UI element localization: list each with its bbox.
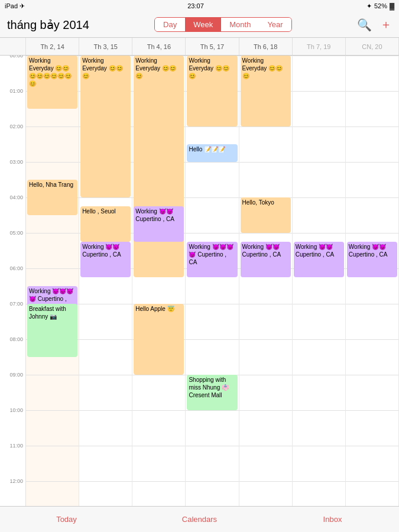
tab-inbox[interactable]: Inbox xyxy=(266,515,399,524)
day-header-1: Th 3, 15 xyxy=(79,38,132,55)
hour-line xyxy=(79,481,132,482)
view-switcher[interactable]: Day Week Month Year xyxy=(154,17,292,32)
event-hello-seuol[interactable]: Hello , Seuol xyxy=(80,206,131,242)
hour-line xyxy=(239,410,292,411)
day-header-2: Th 4, 16 xyxy=(132,38,186,55)
day-column-0[interactable]: Working Everyday 😊😊😊😊😊😊😊😊😊Hello, Nha Tra… xyxy=(26,56,79,506)
hour-line xyxy=(186,126,238,127)
event-working-cupertino-wed[interactable]: Working 😈😈 Cupertino , CA xyxy=(134,206,184,242)
event-shopping-nhung[interactable]: Shopping with miss Nhung 👘 Cresent Mall xyxy=(187,375,237,410)
hour-line xyxy=(293,446,345,446)
event-working-devil-fri[interactable]: Working 😈😈 Cupertino , CA xyxy=(241,242,291,277)
hour-line xyxy=(293,197,345,198)
hour-line xyxy=(293,304,345,304)
hour-line xyxy=(26,233,79,233)
month-view-button[interactable]: Month xyxy=(221,18,259,31)
day-column-6[interactable]: Working 😈😈 Cupertino , CA xyxy=(346,56,399,506)
hour-line xyxy=(186,446,238,446)
hour-line xyxy=(186,339,238,340)
event-we-tue[interactable]: Working Everyday 😊😊😊 xyxy=(80,56,131,197)
hour-line xyxy=(293,126,345,127)
time-label-10: 10:00 xyxy=(9,407,23,413)
status-right: ✦ 52% ▓ xyxy=(366,2,394,10)
event-working-devil-sun[interactable]: Working 😈😈 Cupertino , CA xyxy=(347,242,397,277)
bluetooth-icon: ✦ xyxy=(366,2,372,10)
hour-line xyxy=(239,339,292,340)
hour-line xyxy=(346,375,398,375)
hour-line xyxy=(186,410,238,411)
event-working-devil-tue[interactable]: Working 😈😈 Cupertino , CA xyxy=(80,242,131,277)
event-working-devil-thu[interactable]: Working 😈😈😈😈 Cupertino , CA xyxy=(187,242,237,277)
event-breakfast-johnny[interactable]: Breakfast with Johnny 📷 xyxy=(27,304,77,357)
day-view-button[interactable]: Day xyxy=(155,18,185,31)
tab-today[interactable]: Today xyxy=(0,515,133,524)
time-label-12: 12:00 xyxy=(9,478,23,484)
app-title: tháng bảy 2014 xyxy=(7,18,89,32)
day-header-4: Th 6, 18 xyxy=(239,38,293,55)
week-view-button[interactable]: Week xyxy=(185,18,221,31)
event-working-devil-sat[interactable]: Working 😈😈 Cupertino , CA xyxy=(294,242,344,277)
hour-line xyxy=(26,162,79,163)
hour-line xyxy=(346,339,398,340)
event-we-thu[interactable]: Working Everyday 😊😊😊 xyxy=(187,56,237,126)
hour-line xyxy=(346,410,398,411)
hour-line xyxy=(293,233,345,233)
day-column-5[interactable]: Working 😈😈 Cupertino , CA xyxy=(293,56,346,506)
day-header: Th 2, 14 Th 3, 15 Th 4, 16 Th 5, 17 Th 6… xyxy=(0,38,399,56)
event-we-wed[interactable]: Working Everyday 😊😊😊 xyxy=(134,56,184,277)
time-label-9: 09:00 xyxy=(9,372,23,378)
hour-line xyxy=(132,375,185,375)
header-icons: 🔍 ＋ xyxy=(357,17,392,33)
hour-line xyxy=(239,375,292,375)
grid-area: Working Everyday 😊😊😊😊😊😊😊😊😊Hello, Nha Tra… xyxy=(26,56,399,506)
hour-line xyxy=(79,339,132,340)
day-column-2[interactable]: Working Everyday 😊😊😊Working 😈😈 Cupertino… xyxy=(132,56,186,506)
time-label-8: 08:00 xyxy=(9,336,23,342)
event-we-mon[interactable]: Working Everyday 😊😊😊😊😊😊😊😊😊 xyxy=(27,56,77,109)
event-hello-thu[interactable]: Hello 📝📝📝 xyxy=(187,144,237,162)
hour-line xyxy=(346,446,398,446)
event-hello-tokyo[interactable]: Hello, Tokyo xyxy=(241,197,291,233)
event-hello-apple[interactable]: Hello Apple 😇 xyxy=(134,304,184,375)
hour-line xyxy=(26,375,79,375)
event-we-fri[interactable]: Working Everyday 😊😊😊 xyxy=(241,56,291,126)
day-column-1[interactable]: Working Everyday 😊😊😊Hello , SeuolWorking… xyxy=(79,56,132,506)
tab-calendars[interactable]: Calendars xyxy=(133,515,266,524)
time-label-1: 01:00 xyxy=(9,88,23,94)
status-bar: iPad ✈ 23:07 ✦ 52% ▓ xyxy=(0,0,399,12)
time-label-6: 06:00 xyxy=(9,265,23,271)
day-header-3: Th 5, 17 xyxy=(186,38,239,55)
hour-line xyxy=(346,126,398,127)
calendar-body[interactable]: 00:0001:0002:0003:0004:0005:0006:0007:00… xyxy=(0,56,399,506)
day-column-3[interactable]: Working Everyday 😊😊😊Hello 📝📝📝Working 😈😈😈… xyxy=(186,56,239,506)
hour-line xyxy=(186,162,238,163)
hour-line xyxy=(346,91,398,92)
event-hello-nhatrang[interactable]: Hello, Nha Trang xyxy=(27,180,77,215)
status-left: iPad ✈ xyxy=(5,2,25,10)
time-label-11: 11:00 xyxy=(9,443,23,449)
day-column-4[interactable]: Working Everyday 😊😊😊Hello, TokyoWorking … xyxy=(239,56,293,506)
day-header-5: Th 7, 19 xyxy=(293,38,346,55)
hour-line xyxy=(239,446,292,446)
hour-line xyxy=(293,91,345,92)
hour-line xyxy=(239,162,292,163)
day-header-6: CN, 20 xyxy=(346,38,399,55)
hour-line xyxy=(239,233,292,233)
status-time: 23:07 xyxy=(187,2,204,9)
search-icon[interactable]: 🔍 xyxy=(357,18,372,32)
year-view-button[interactable]: Year xyxy=(259,18,291,31)
day-header-0: Th 2, 14 xyxy=(26,38,79,55)
hour-line xyxy=(346,304,398,304)
time-label-7: 07:00 xyxy=(9,301,23,307)
hour-line xyxy=(186,304,238,304)
time-label-4: 04:00 xyxy=(9,194,23,200)
time-label-0: 00:00 xyxy=(9,56,23,59)
hour-line xyxy=(346,162,398,163)
hour-line xyxy=(26,268,79,269)
time-label-3: 03:00 xyxy=(9,159,23,165)
hour-line xyxy=(79,446,132,446)
hour-line xyxy=(132,410,185,411)
add-event-icon[interactable]: ＋ xyxy=(380,17,392,33)
hour-line xyxy=(132,481,185,482)
device-label: iPad ✈ xyxy=(5,2,25,10)
